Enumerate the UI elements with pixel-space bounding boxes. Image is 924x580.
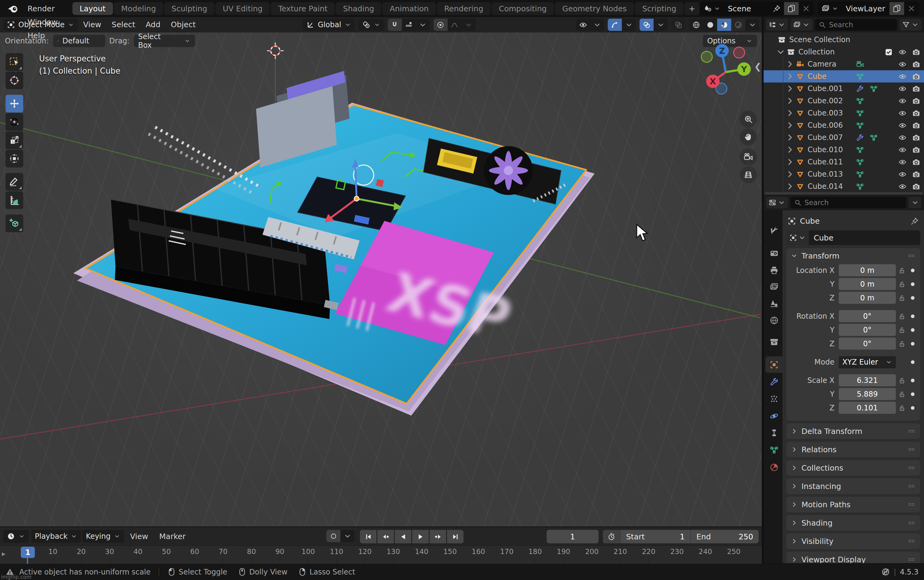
mesh-data-icon[interactable] <box>856 121 864 130</box>
mesh-data-icon[interactable] <box>856 97 864 105</box>
outliner-row-cube-010[interactable]: Cube.010 <box>764 143 924 156</box>
outliner-row-cube-011[interactable]: Cube.011 <box>764 156 924 168</box>
workspace-tab-sculpting[interactable]: Sculpting <box>164 2 214 15</box>
snap-toggle[interactable] <box>388 19 402 31</box>
render-toggle[interactable] <box>912 121 920 130</box>
properties-tab-constraints[interactable] <box>766 425 782 441</box>
disclosure-right-icon[interactable] <box>785 157 795 167</box>
snap-dropdown[interactable] <box>416 19 430 31</box>
timeline-ruler[interactable]: ▸ 1 102030405060708090100110120130140150… <box>0 545 762 564</box>
transform-value-field[interactable]: 0 m <box>839 292 896 304</box>
workspace-tab-modeling[interactable]: Modeling <box>114 2 163 15</box>
viewlayer-name[interactable]: ViewLayer <box>842 4 889 13</box>
properties-tab-tool[interactable] <box>766 222 782 238</box>
viewport-3d[interactable]: XSP ||| Object Mode ViewSelectAddObject <box>0 17 762 527</box>
mesh-data-icon[interactable] <box>856 72 864 81</box>
tool-measure-button[interactable] <box>5 191 23 209</box>
viewlayer-copy-button[interactable] <box>889 2 904 15</box>
current-frame-field[interactable]: 1 <box>547 530 599 543</box>
timeline-menu-playback[interactable]: Playback <box>31 530 81 543</box>
properties-tab-output[interactable] <box>766 262 782 278</box>
workspace-tab-layout[interactable]: Layout <box>72 2 113 15</box>
properties-tab-material[interactable] <box>766 459 782 476</box>
render-toggle[interactable] <box>912 170 920 178</box>
render-toggle[interactable] <box>912 109 920 117</box>
hide-toggle[interactable] <box>898 109 907 117</box>
animate-dot[interactable] <box>908 282 918 286</box>
workspace-tab-scripting[interactable]: Scripting <box>635 2 684 15</box>
tool-cursor-button[interactable] <box>5 71 23 89</box>
viewlayer-browse-button[interactable] <box>818 2 842 15</box>
tool-transform-button[interactable] <box>5 150 23 168</box>
hide-toggle[interactable] <box>898 158 907 166</box>
disclosure-right-icon[interactable] <box>785 84 795 94</box>
disclosure-right-icon[interactable] <box>785 96 795 106</box>
animate-dot[interactable] <box>908 269 918 272</box>
grip-icon[interactable] <box>907 501 916 508</box>
exclude-checkbox[interactable] <box>884 48 893 56</box>
properties-tab-render[interactable] <box>766 245 782 261</box>
scene-copy-button[interactable] <box>784 2 799 15</box>
start-frame-field[interactable]: Start1 <box>621 530 690 543</box>
lock-open-icon[interactable] <box>896 294 908 302</box>
grip-icon[interactable] <box>907 483 916 490</box>
panel-shading[interactable]: Shading <box>786 515 920 531</box>
auto-key-toggle[interactable] <box>326 530 340 542</box>
lock-open-icon[interactable] <box>896 377 908 384</box>
mesh-data-icon[interactable] <box>856 183 864 191</box>
panel-delta-transform[interactable]: Delta Transform <box>786 423 920 439</box>
properties-tab-object[interactable] <box>766 356 782 373</box>
animate-dot[interactable] <box>908 392 918 396</box>
panel-visibility[interactable]: Visibility <box>786 533 920 549</box>
outliner-scrollbar[interactable] <box>765 192 923 194</box>
outliner-row-cube-013[interactable]: Cube.013 <box>764 168 924 180</box>
tool-scale-button[interactable] <box>5 132 23 149</box>
transform-value-field[interactable]: 0.101 <box>839 402 896 414</box>
disclosure-right-icon[interactable] <box>785 181 795 191</box>
disclosure-right-icon[interactable] <box>785 71 795 81</box>
mesh-data-icon[interactable] <box>856 170 864 178</box>
outliner-row-cube-001[interactable]: Cube.001 <box>764 82 924 95</box>
render-toggle[interactable] <box>912 60 920 68</box>
drag-setting-dropdown[interactable]: Select Box <box>134 35 195 47</box>
navigation-gizmo[interactable]: Z Y X <box>699 43 754 98</box>
shading-material-button[interactable] <box>717 19 731 31</box>
hide-toggle[interactable] <box>898 97 907 105</box>
disclosure-right-icon[interactable] <box>785 120 795 130</box>
outliner-row-cube-006[interactable]: Cube.006 <box>764 119 924 132</box>
animate-dot[interactable] <box>908 328 918 332</box>
ruler-expand-arrow[interactable]: ▸ <box>2 549 5 558</box>
hide-toggle[interactable] <box>898 60 907 68</box>
transform-value-field[interactable]: 0 m <box>839 264 896 277</box>
shading-wireframe-button[interactable] <box>689 19 703 31</box>
panel-instancing[interactable]: Instancing <box>786 478 920 494</box>
show-gizmos-toggle[interactable] <box>608 19 622 31</box>
render-toggle[interactable] <box>912 146 920 154</box>
hide-toggle[interactable] <box>898 133 907 142</box>
disclosure-right-icon[interactable] <box>785 133 795 142</box>
outliner-row-cube-002[interactable]: Cube.002 <box>764 95 924 107</box>
scene-pin-button[interactable] <box>769 2 784 15</box>
properties-options-dropdown[interactable] <box>909 197 922 208</box>
modifier-icon[interactable] <box>856 133 864 142</box>
render-toggle[interactable] <box>912 72 920 81</box>
outliner-row-collection[interactable]: Collection <box>764 46 924 58</box>
animate-dot[interactable] <box>908 360 918 364</box>
outliner-filter-mode[interactable] <box>791 19 812 31</box>
properties-tab-data[interactable] <box>766 442 782 458</box>
render-toggle[interactable] <box>912 48 920 56</box>
properties-tab-physics[interactable] <box>766 408 782 424</box>
timeline-editor-type[interactable] <box>3 530 29 543</box>
prev-keyframe-button[interactable] <box>377 530 394 543</box>
playhead-badge[interactable]: 1 <box>21 547 35 558</box>
scene-browse-button[interactable] <box>700 2 723 15</box>
animate-dot[interactable] <box>908 315 918 318</box>
lock-open-icon[interactable] <box>896 313 908 320</box>
properties-tab-particles[interactable] <box>766 391 782 407</box>
show-overlays-toggle[interactable] <box>639 19 654 31</box>
properties-editor-type[interactable] <box>766 197 788 208</box>
workspace-tab-shading[interactable]: Shading <box>336 2 382 15</box>
tool-move-button[interactable] <box>5 95 23 112</box>
add-workspace-button[interactable]: + <box>684 2 699 15</box>
falloff-button[interactable] <box>448 19 462 31</box>
